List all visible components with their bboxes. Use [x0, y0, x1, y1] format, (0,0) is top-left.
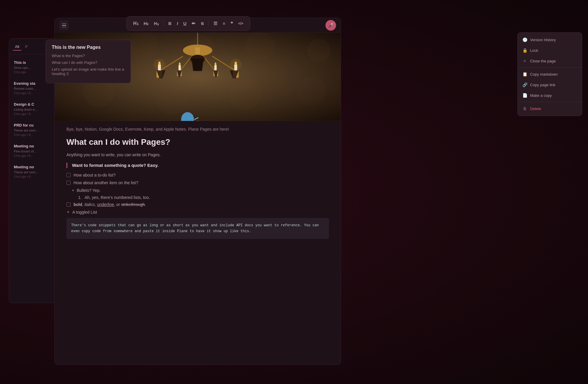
- format-checkbox[interactable]: [66, 202, 71, 207]
- number-label-0: 1.: [78, 195, 82, 200]
- svg-point-9: [297, 77, 326, 106]
- hamburger-line-1: [62, 24, 66, 24]
- toggle-arrow-icon: ▼: [66, 210, 70, 214]
- strike-text: strikethrough: [121, 202, 145, 207]
- tooltip-link-1[interactable]: What can I do with Pages?: [52, 60, 125, 65]
- editor-content: Bye, bye, Notion, Google Docs, Evernote,…: [55, 121, 341, 365]
- context-menu-divider-1: [518, 67, 582, 68]
- context-menu-make-copy-label: Make a copy: [530, 93, 552, 98]
- toolbar-divider-2: [208, 21, 209, 26]
- context-menu-copy-markdown-label: Copy markdown: [530, 72, 558, 77]
- clock-icon: 🕐: [522, 37, 527, 42]
- bullet-item-0: • Bullets? Yep.: [66, 188, 329, 193]
- editor-blockquote: Want to format something a quote? Easy.: [66, 163, 329, 168]
- checkbox-0[interactable]: [66, 173, 71, 177]
- tooltip-dropdown: This is the new Pages What is the Pages?…: [46, 40, 131, 83]
- editor-paragraph: Anything you want to write, you can writ…: [66, 152, 329, 158]
- toolbar-h2[interactable]: H₂: [142, 20, 151, 27]
- context-menu-copy-link-label: Copy page link: [530, 83, 555, 87]
- context-menu-close-page[interactable]: ✕ Close the page: [518, 56, 582, 66]
- toolbar-strikethrough[interactable]: S: [199, 20, 206, 27]
- toolbar-bullet-list[interactable]: ☰: [212, 20, 219, 27]
- svg-point-5: [307, 39, 330, 62]
- checkbox-label-1: How about another item on the list?: [74, 180, 138, 185]
- bullet-text-0: Bullets? Yep.: [77, 188, 101, 193]
- context-menu: 🕐 Version History 🔒 Lock ✕ Close the pag…: [517, 32, 582, 116]
- mic-icon: 🎤: [328, 23, 334, 28]
- toggled-label: A toggled List: [72, 210, 97, 215]
- tooltip-link-2[interactable]: Let's upload an image and make this line…: [52, 67, 125, 76]
- checkbox-1[interactable]: [66, 181, 71, 185]
- sidebar-tab-all[interactable]: All: [13, 43, 21, 51]
- hamburger-line-2: [62, 25, 66, 26]
- checkbox-item-1[interactable]: How about another item on the list?: [66, 180, 329, 185]
- toolbar-ordered-list[interactable]: ≡: [221, 20, 227, 27]
- toggled-list: ▼ A toggled List: [66, 210, 329, 215]
- numbered-item-0: 1. Ah, yes, there's numbered lists, too.: [66, 195, 329, 200]
- format-label: bold, italics, underline, or strikethrou…: [74, 202, 146, 207]
- svg-point-27: [179, 62, 181, 66]
- context-menu-copy-link[interactable]: 🔗 Copy page link: [518, 79, 582, 90]
- svg-line-38: [195, 118, 198, 119]
- svg-point-8: [229, 78, 262, 111]
- hamburger-button[interactable]: [59, 21, 69, 30]
- speaker-avatar: [178, 111, 202, 121]
- svg-rect-24: [214, 65, 217, 71]
- editor-tagline: Bye, bye, Notion, Google Docs, Evernote,…: [66, 127, 329, 132]
- toolbar-underline[interactable]: U: [182, 20, 188, 27]
- code-block: There's code snippets that can go as lon…: [66, 218, 329, 239]
- svg-point-36: [230, 59, 242, 70]
- context-menu-delete-label: Delete: [530, 107, 541, 111]
- blockquote-text: Want to format something a quote? Easy.: [72, 163, 158, 168]
- context-menu-version-history-label: Version History: [530, 38, 556, 42]
- formatting-checkbox[interactable]: bold, italics, underline, or strikethrou…: [66, 202, 329, 207]
- clipboard-icon: 📋: [522, 72, 527, 77]
- close-icon: ✕: [522, 59, 527, 63]
- bullet-dot-0: •: [72, 188, 74, 193]
- toolbar-h1[interactable]: H₁: [131, 19, 140, 27]
- toolbar-quote[interactable]: ❝: [229, 20, 235, 27]
- link-icon: 🔗: [522, 82, 527, 87]
- italic-text: italics: [84, 202, 95, 207]
- tooltip-link-0[interactable]: What is the Pages?: [52, 54, 125, 58]
- context-menu-copy-markdown[interactable]: 📋 Copy markdown: [518, 69, 582, 79]
- context-menu-delete[interactable]: 🗑 Delete: [518, 103, 582, 114]
- context-menu-close-page-label: Close the page: [530, 59, 556, 63]
- underline-text: underline: [97, 202, 114, 207]
- svg-point-28: [215, 62, 216, 66]
- context-menu-version-history[interactable]: 🕐 Version History: [518, 34, 582, 45]
- svg-point-37: [181, 112, 194, 121]
- numbered-text-0: Ah, yes, there's numbered lists, too.: [85, 195, 150, 200]
- toolbar-code[interactable]: </>: [236, 20, 245, 27]
- tooltip-title: This is the new Pages: [52, 45, 125, 50]
- context-menu-lock[interactable]: 🔒 Lock: [518, 45, 582, 56]
- checkbox-item-0[interactable]: How about a to-do list?: [66, 173, 329, 177]
- svg-rect-23: [178, 65, 181, 71]
- svg-marker-34: [192, 59, 203, 71]
- checkbox-label-0: How about a to-do list?: [74, 173, 116, 177]
- mic-button[interactable]: 🎤: [325, 20, 336, 31]
- context-menu-divider-2: [518, 102, 582, 102]
- svg-point-4: [245, 33, 275, 61]
- toolbar-bold[interactable]: B: [167, 20, 173, 27]
- lock-icon: 🔒: [522, 48, 527, 53]
- hamburger-line-3: [62, 27, 66, 27]
- context-menu-make-copy[interactable]: 📄 Make a copy: [518, 90, 582, 101]
- bold-text: bold: [74, 202, 82, 207]
- trash-icon: 🗑: [522, 106, 527, 111]
- svg-point-7: [154, 80, 190, 115]
- toolbar-pen[interactable]: ✏: [190, 20, 197, 27]
- formatting-toolbar: H₁ H₂ H₃ B I U ✏ S ☰ ≡ ❝ </>: [126, 16, 250, 31]
- toolbar-divider-1: [163, 21, 164, 26]
- toolbar-italic[interactable]: I: [175, 20, 180, 27]
- copy-icon: 📄: [522, 93, 527, 98]
- context-menu-lock-label: Lock: [530, 48, 538, 53]
- svg-point-35: [153, 59, 165, 70]
- editor-heading: What can I do with Pages?: [66, 137, 329, 147]
- toolbar-h3[interactable]: H₃: [152, 20, 160, 27]
- sidebar-tab-p[interactable]: P: [23, 43, 30, 51]
